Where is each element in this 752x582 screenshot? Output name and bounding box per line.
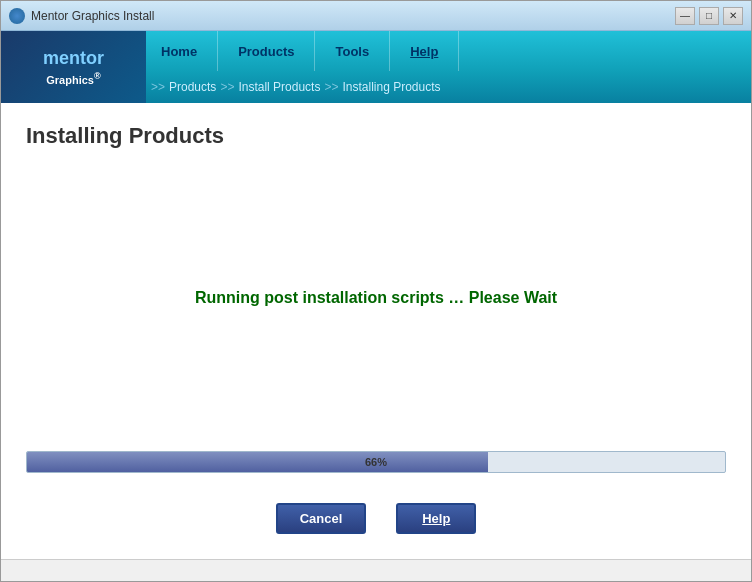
close-button[interactable]: ✕ bbox=[723, 7, 743, 25]
breadcrumb-item-1: Products bbox=[169, 80, 216, 94]
window-controls: — □ ✕ bbox=[675, 7, 743, 25]
status-message: Running post installation scripts … Plea… bbox=[195, 289, 557, 307]
breadcrumb-sep-2: >> bbox=[220, 80, 234, 94]
breadcrumb-sep-1: >> bbox=[151, 80, 165, 94]
app-icon bbox=[9, 8, 25, 24]
page-title: Installing Products bbox=[26, 123, 726, 149]
logo-brand-name: mentor bbox=[43, 47, 104, 70]
minimize-button[interactable]: — bbox=[675, 7, 695, 25]
logo-brand-sub: Graphics® bbox=[43, 71, 104, 87]
button-area: Cancel Help bbox=[1, 488, 751, 559]
breadcrumb-item-3: Installing Products bbox=[342, 80, 440, 94]
status-area: Running post installation scripts … Plea… bbox=[26, 179, 726, 416]
help-button[interactable]: Help bbox=[396, 503, 476, 534]
nav-home[interactable]: Home bbox=[141, 31, 218, 71]
main-content: Installing Products Running post install… bbox=[1, 103, 751, 436]
window-title: Mentor Graphics Install bbox=[31, 9, 154, 23]
breadcrumb-item-2: Install Products bbox=[238, 80, 320, 94]
progress-bar: 66% bbox=[26, 451, 726, 473]
nav-help[interactable]: Help bbox=[390, 31, 459, 71]
maximize-button[interactable]: □ bbox=[699, 7, 719, 25]
status-bar bbox=[1, 559, 751, 581]
nav-products[interactable]: Products bbox=[218, 31, 315, 71]
cancel-button[interactable]: Cancel bbox=[276, 503, 367, 534]
breadcrumb-sep-3: >> bbox=[324, 80, 338, 94]
nav-tools[interactable]: Tools bbox=[315, 31, 390, 71]
progress-label: 66% bbox=[365, 456, 387, 468]
progress-fill bbox=[27, 452, 488, 472]
progress-section: 66% bbox=[1, 436, 751, 488]
logo: mentor Graphics® bbox=[1, 31, 146, 103]
title-bar: Mentor Graphics Install — □ ✕ bbox=[1, 1, 751, 31]
